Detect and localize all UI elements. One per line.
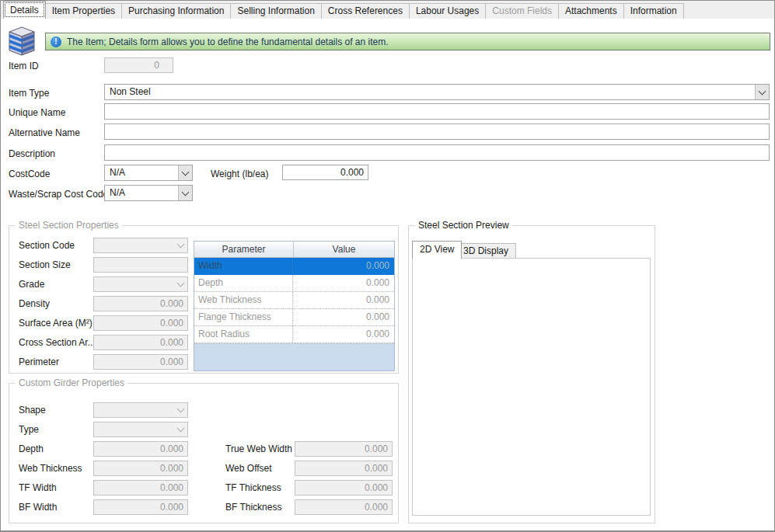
tf-width-label: TF Width	[19, 482, 57, 493]
chevron-down-icon	[176, 425, 184, 433]
grid-row-web-thickness: Web Thickness 0.000	[194, 292, 394, 309]
custom-girder-properties-title: Custom Girder Properties	[16, 377, 127, 388]
chevron-down-icon	[176, 280, 184, 287]
cross-section-area-field	[93, 335, 188, 350]
cost-code-value: N/A	[105, 165, 178, 180]
grid-cell-parameter: Root Radius	[194, 326, 293, 342]
grid-cell-parameter: Flange Thickness	[194, 309, 293, 325]
tab-item-properties[interactable]: Item Properties	[45, 3, 122, 19]
tab-custom-fields: Custom Fields	[485, 3, 559, 19]
tab-attachments[interactable]: Attachments	[558, 3, 624, 19]
true-web-width-label: True Web Width	[225, 443, 292, 454]
steel-section-preview-title: Steel Section Preview	[415, 220, 512, 231]
unique-name-field[interactable]	[104, 103, 770, 120]
waste-scrap-dropdown-button[interactable]	[178, 186, 192, 200]
info-banner: ! The Item; Details form allows you to d…	[45, 33, 770, 50]
info-icon: !	[51, 37, 61, 47]
waste-scrap-cost-code-combobox[interactable]: N/A	[104, 185, 193, 201]
grid-cell-parameter: Web Thickness	[194, 292, 293, 308]
tab-labour-usages[interactable]: Labour Usages	[409, 3, 486, 19]
type-value	[94, 422, 173, 436]
shape-value	[94, 403, 173, 417]
unique-name-label: Unique Name	[9, 107, 65, 118]
bf-width-field	[93, 499, 188, 515]
weight-field[interactable]	[282, 165, 368, 180]
info-banner-text: The Item; Details form allows you to def…	[67, 37, 389, 47]
preview-tab-2d-view[interactable]: 2D View	[412, 241, 462, 259]
tab-cross-references[interactable]: Cross References	[321, 3, 410, 19]
item-id-field	[104, 57, 173, 73]
shape-label: Shape	[19, 405, 46, 416]
item-type-label: Item Type	[9, 88, 49, 99]
alternative-name-label: Alternative Name	[9, 127, 80, 138]
tab-information[interactable]: Information	[623, 3, 684, 19]
preview-canvas	[412, 258, 651, 516]
density-label: Density	[19, 298, 50, 309]
perimeter-label: Perimeter	[19, 356, 59, 367]
grid-cell-parameter: Width	[194, 258, 293, 274]
girder-web-thickness-label: Web Thickness	[19, 463, 82, 474]
cost-code-dropdown-button[interactable]	[178, 165, 192, 180]
grid-row-flange-thickness: Flange Thickness 0.000	[194, 309, 394, 326]
tab-purchasing-information[interactable]: Purchasing Information	[121, 3, 231, 19]
tf-thickness-field	[295, 480, 393, 495]
steel-section-properties-group: Steel Section Properties Section Code Se…	[9, 225, 399, 374]
chevron-down-icon	[759, 87, 766, 95]
surface-area-label: Surface Area (M²)	[19, 318, 93, 329]
column-header-parameter: Parameter	[194, 242, 294, 257]
true-web-width-field	[295, 441, 393, 457]
column-header-value: Value	[294, 242, 394, 257]
grid-row-root-radius: Root Radius 0.000	[194, 326, 394, 343]
parameter-grid: Parameter Value Width 0.000 Depth 0.000 …	[194, 241, 395, 371]
preview-tab-3d-display[interactable]: 3D Display	[456, 243, 516, 259]
item-type-value: Non Steel	[105, 85, 755, 99]
section-code-dropdown-button	[173, 238, 187, 252]
shape-dropdown-button	[173, 403, 187, 417]
bf-thickness-field	[295, 499, 393, 515]
grid-cell-value: 0.000	[293, 258, 394, 274]
grade-dropdown-button	[173, 277, 187, 291]
steel-section-properties-title: Steel Section Properties	[16, 220, 122, 231]
tf-thickness-label: TF Thickness	[225, 482, 281, 493]
tab-selling-information[interactable]: Selling Information	[230, 3, 321, 19]
grid-cell-value: 0.000	[293, 275, 394, 291]
grade-combobox	[93, 276, 188, 292]
waste-scrap-cost-code-value: N/A	[105, 186, 178, 200]
type-label: Type	[19, 424, 39, 435]
custom-girder-properties-group: Custom Girder Properties Shape Type Dept…	[9, 383, 399, 523]
girder-depth-label: Depth	[19, 443, 44, 454]
description-label: Description	[9, 148, 55, 159]
item-type-combobox[interactable]: Non Steel	[104, 84, 770, 100]
section-code-label: Section Code	[19, 240, 75, 251]
section-size-field	[93, 257, 188, 273]
perimeter-field	[93, 354, 188, 370]
bf-thickness-label: BF Thickness	[225, 502, 281, 513]
chevron-down-icon	[176, 241, 184, 249]
cost-code-combobox[interactable]: N/A	[104, 165, 193, 181]
chevron-down-icon	[176, 405, 184, 413]
grid-cell-value: 0.000	[293, 326, 394, 342]
item-cube-icon	[6, 24, 37, 57]
shape-combobox	[93, 402, 188, 418]
bf-width-label: BF Width	[19, 502, 57, 513]
grid-cell-value: 0.000	[293, 292, 394, 308]
alternative-name-field[interactable]	[104, 123, 770, 140]
grid-row-depth: Depth 0.000	[194, 275, 394, 292]
tab-details[interactable]: Details	[3, 1, 46, 19]
density-field	[93, 296, 188, 311]
description-field[interactable]	[104, 144, 770, 161]
girder-depth-field	[93, 441, 188, 457]
parameter-grid-header: Parameter Value	[194, 242, 394, 258]
grade-label: Grade	[19, 279, 44, 290]
cross-section-area-label: Cross Section Ar...	[19, 337, 96, 348]
grid-row-width: Width 0.000	[194, 258, 394, 275]
item-type-dropdown-button[interactable]	[755, 85, 769, 99]
type-combobox	[93, 422, 188, 437]
item-details-window: Details Item Properties Purchasing Infor…	[0, 0, 775, 532]
girder-web-thickness-field	[93, 461, 188, 476]
grid-empty-area	[194, 343, 394, 370]
cost-code-label: CostCode	[9, 169, 50, 179]
section-code-combobox	[93, 238, 188, 253]
chevron-down-icon	[182, 188, 190, 196]
section-size-label: Section Size	[19, 259, 71, 270]
